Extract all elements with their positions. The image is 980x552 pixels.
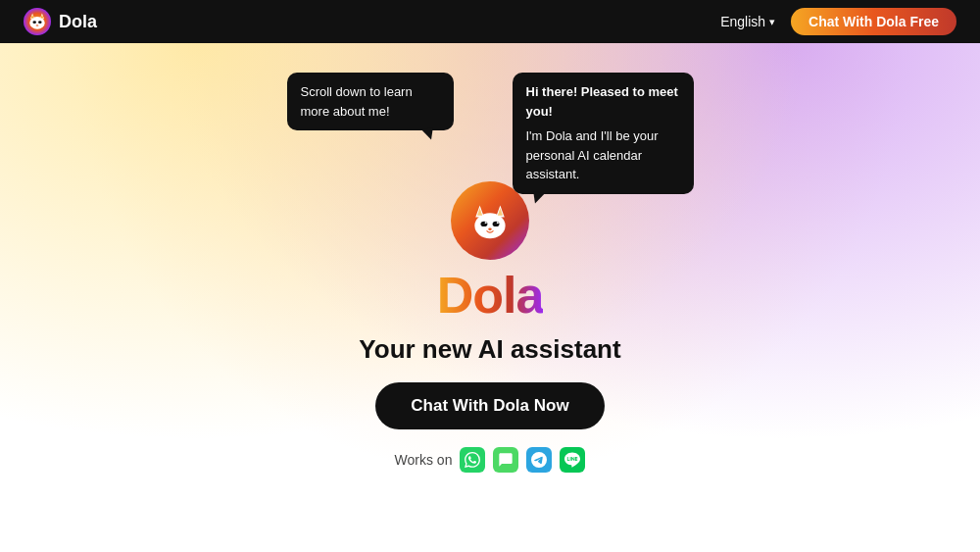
navbar: Dola English ▾ Chat With Dola Free [0, 0, 980, 43]
line-icon [560, 447, 585, 473]
telegram-icon [526, 447, 552, 473]
svg-point-17 [497, 222, 499, 224]
chat-free-button[interactable]: Chat With Dola Free [791, 8, 956, 35]
svg-point-18 [488, 227, 491, 229]
bubble-right-line2: I'm Dola and I'll be your personal AI ca… [526, 126, 680, 184]
hero-subtitle: Your new AI assistant [359, 334, 620, 365]
nav-right: English ▾ Chat With Dola Free [720, 8, 956, 35]
nav-logo-text: Dola [59, 12, 97, 32]
center-content: Dola Your new AI assistant Chat With Dol… [359, 181, 620, 473]
dola-cat-svg [465, 195, 515, 246]
bubble-right: Hi there! Pleased to meet you! I'm Dola … [513, 73, 694, 194]
svg-point-16 [485, 222, 487, 224]
dola-wordmark: Dola [437, 270, 544, 321]
whatsapp-icon [460, 447, 485, 473]
hero-section: Scroll down to learn more about me! Hi t… [0, 43, 980, 552]
imessage-icon [493, 447, 518, 473]
svg-point-6 [32, 21, 36, 24]
chevron-down-icon: ▾ [769, 16, 775, 28]
chat-now-button[interactable]: Chat With Dola Now [375, 382, 604, 429]
language-selector[interactable]: English ▾ [720, 14, 775, 29]
svg-point-7 [38, 21, 42, 24]
nav-logo[interactable]: Dola [24, 8, 97, 35]
bubble-right-line1: Hi there! Pleased to meet you! [526, 82, 680, 121]
svg-point-8 [36, 25, 38, 25]
nav-logo-icon [24, 8, 51, 35]
bubbles-area: Scroll down to learn more about me! Hi t… [0, 73, 980, 194]
works-on-label: Works on [395, 452, 453, 468]
works-on-row: Works on [395, 447, 586, 473]
lang-label: English [720, 14, 765, 29]
bubble-left: Scroll down to learn more about me! [287, 73, 454, 130]
